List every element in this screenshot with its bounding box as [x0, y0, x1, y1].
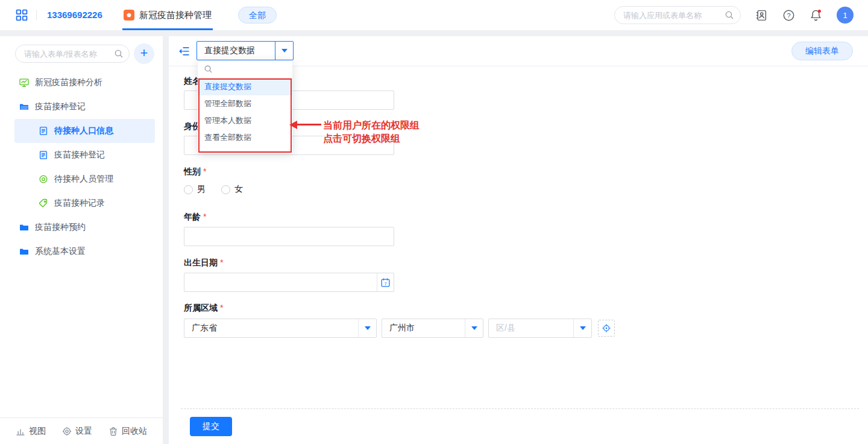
header-divider: [36, 10, 37, 21]
folder-open-icon: [19, 102, 29, 112]
tag-icon: [39, 198, 48, 208]
locate-icon: [602, 323, 611, 333]
tab-vaccine-app[interactable]: 新冠疫苗接种管理: [122, 0, 213, 30]
form-search-input[interactable]: [15, 45, 130, 63]
submit-button[interactable]: 提交: [190, 417, 232, 436]
sidebar-item-label: 新冠疫苗接种分析: [35, 77, 102, 88]
collapse-sidebar-icon[interactable]: [178, 45, 190, 57]
global-search-input[interactable]: [614, 6, 741, 24]
date-picker-trigger[interactable]: 7: [377, 273, 394, 291]
views-label: 视图: [29, 426, 46, 437]
sidebar-group-system-settings[interactable]: 系统基本设置: [14, 239, 155, 264]
sidebar-item-population-info[interactable]: 待接种人口信息: [14, 119, 155, 143]
folder-icon: [19, 223, 29, 232]
annotation-line-2: 点击可切换权限组: [323, 132, 420, 145]
locate-button[interactable]: [598, 320, 615, 337]
recycle-bin-label: 回收站: [122, 426, 147, 437]
birth-date-field-label: 出生日期*: [184, 258, 223, 268]
dropdown-option-view-all[interactable]: 查看全部数据: [198, 129, 292, 146]
calendar-icon: 7: [380, 278, 391, 288]
sidebar-group-appointment[interactable]: 疫苗接种预约: [14, 215, 155, 239]
permission-group-value: 直接提交数据: [197, 45, 275, 56]
add-form-button[interactable]: +: [134, 43, 154, 64]
folder-icon: [19, 247, 29, 256]
recycle-bin-button[interactable]: 回收站: [108, 426, 147, 437]
sidebar-item-label: 疫苗接种登记: [35, 101, 86, 112]
province-select[interactable]: 广东省: [184, 319, 377, 338]
city-select[interactable]: 广州市: [382, 319, 483, 338]
gender-field-label: 性别*: [184, 166, 206, 177]
dropdown-search[interactable]: [198, 60, 292, 78]
user-avatar[interactable]: 1: [837, 7, 854, 24]
sidebar-item-vaccine-records[interactable]: 疫苗接种记录: [14, 191, 155, 215]
sidebar-item-label: 系统基本设置: [35, 246, 86, 257]
app-logo-icon: [124, 10, 134, 21]
annotation-line-1: 当前用户所在的权限组: [323, 119, 420, 132]
radio-icon[interactable]: [221, 185, 230, 194]
annotation-arrow-tail: [297, 124, 321, 125]
gender-option-female[interactable]: 女: [221, 184, 243, 195]
form-icon: [39, 150, 48, 160]
workspace-phone-number[interactable]: 13369692226: [47, 0, 102, 30]
gear-icon: [62, 427, 72, 436]
sidebar-group-registration[interactable]: 疫苗接种登记: [14, 95, 155, 119]
gender-radio-group: 男 女: [184, 184, 243, 195]
age-field-label: 年龄*: [184, 212, 206, 223]
global-search: [614, 6, 741, 24]
province-value: 广东省: [184, 323, 358, 334]
notification-bell-icon[interactable]: [810, 9, 822, 22]
chevron-down-icon: [471, 326, 477, 330]
edit-form-button[interactable]: 编辑表单: [791, 42, 853, 60]
district-select[interactable]: 区/县: [488, 319, 592, 338]
sidebar-item-vaccine-registration[interactable]: 疫苗接种登记: [14, 143, 155, 167]
bar-chart-icon: [16, 427, 25, 436]
sidebar-item-personnel-management[interactable]: 待接种人员管理: [14, 167, 155, 191]
chevron-down-icon: [281, 49, 288, 52]
trash-icon: [108, 427, 118, 436]
sidebar-item-label: 待接种人口信息: [54, 125, 113, 136]
form-search: [15, 45, 130, 63]
search-icon: [725, 10, 734, 20]
filter-all-pill[interactable]: 全部: [238, 7, 277, 24]
help-icon[interactable]: ?: [782, 9, 795, 22]
search-icon: [204, 65, 213, 74]
chevron-down-icon: [365, 326, 371, 330]
age-input[interactable]: [184, 227, 394, 246]
views-button[interactable]: 视图: [16, 426, 46, 437]
sidebar-item-label: 待接种人员管理: [54, 174, 113, 185]
top-header: 13369692226 新冠疫苗接种管理 全部: [0, 0, 868, 30]
app-tab-label: 新冠疫苗接种管理: [139, 10, 212, 21]
district-placeholder: 区/县: [489, 323, 573, 334]
sidebar-item-analysis[interactable]: 新冠疫苗接种分析: [14, 71, 155, 95]
dashboard-icon: [19, 78, 29, 87]
dropdown-option-manage-all[interactable]: 管理全部数据: [198, 95, 292, 112]
svg-text:?: ?: [787, 11, 790, 19]
select-arrow-zone[interactable]: [275, 42, 293, 60]
chevron-down-icon: [580, 326, 586, 330]
settings-button[interactable]: 设置: [62, 426, 92, 437]
dropdown-option-direct-submit[interactable]: 直接提交数据: [198, 78, 292, 95]
contacts-icon[interactable]: [755, 9, 768, 22]
sidebar-footer: 视图 设置 回收站: [0, 417, 163, 444]
form-icon: [39, 126, 48, 136]
page: 13369692226 新冠疫苗接种管理 全部: [0, 0, 868, 444]
manage-icon: [39, 174, 48, 184]
sidebar-item-label: 疫苗接种记录: [54, 198, 105, 209]
sidebar-menu: 新冠疫苗接种分析 疫苗接种登记 待接种人口信息: [0, 71, 163, 264]
radio-icon[interactable]: [184, 185, 193, 194]
settings-label: 设置: [75, 426, 92, 437]
annotation-text: 当前用户所在的权限组 点击可切换权限组: [323, 119, 420, 145]
apps-grid-icon[interactable]: [16, 9, 28, 21]
permission-group-dropdown: 直接提交数据 管理全部数据 管理本人数据 查看全部数据: [198, 60, 292, 153]
city-value: 广州市: [382, 323, 465, 334]
sidebar: + 新冠疫苗接种分析 疫苗接种登记: [0, 36, 163, 444]
birth-date-input[interactable]: 7: [184, 273, 394, 292]
dropdown-option-manage-own[interactable]: 管理本人数据: [198, 112, 292, 129]
region-field-label: 所属区域*: [184, 303, 223, 314]
gender-option-male[interactable]: 男: [184, 184, 206, 195]
permission-group-select[interactable]: 直接提交数据: [197, 41, 294, 60]
svg-text:7: 7: [384, 281, 386, 286]
sidebar-item-label: 疫苗接种预约: [35, 222, 86, 233]
footer-divider: [181, 408, 859, 409]
search-icon: [114, 49, 124, 59]
